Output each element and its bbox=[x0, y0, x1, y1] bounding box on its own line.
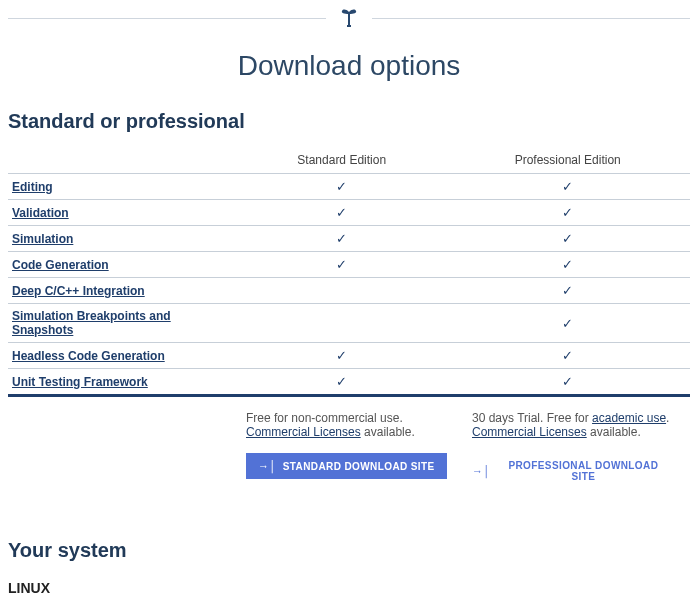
column-header-standard: Standard Edition bbox=[238, 147, 445, 174]
table-row: Headless Code Generation✓✓ bbox=[8, 343, 690, 369]
check-icon: ✓ bbox=[336, 179, 347, 194]
table-row: Code Generation✓✓ bbox=[8, 252, 690, 278]
professional-download-site-button[interactable]: →│ Professional Download Site bbox=[472, 453, 682, 489]
check-icon: ✓ bbox=[562, 231, 573, 246]
comparison-table: Standard Edition Professional Edition Ed… bbox=[8, 147, 690, 397]
feature-link[interactable]: Validation bbox=[12, 206, 69, 220]
divider-line bbox=[8, 18, 326, 19]
check-icon: ✓ bbox=[562, 205, 573, 220]
check-icon: ✓ bbox=[562, 179, 573, 194]
feature-link[interactable]: Editing bbox=[12, 180, 53, 194]
check-icon: ✓ bbox=[562, 316, 573, 331]
table-row: Simulation✓✓ bbox=[8, 226, 690, 252]
feature-link[interactable]: Deep C/C++ Integration bbox=[12, 284, 145, 298]
feature-link[interactable]: Simulation Breakpoints and Snapshots bbox=[12, 309, 171, 337]
feature-link[interactable]: Code Generation bbox=[12, 258, 109, 272]
check-icon: ✓ bbox=[336, 374, 347, 389]
feature-link[interactable]: Unit Testing Framework bbox=[12, 375, 148, 389]
arrow-right-icon: →│ bbox=[472, 465, 491, 477]
feature-link[interactable]: Simulation bbox=[12, 232, 73, 246]
check-icon: ✓ bbox=[562, 283, 573, 298]
professional-note: 30 days Trial. Free for academic use. Co… bbox=[464, 411, 690, 489]
table-row: Simulation Breakpoints and Snapshots✓ bbox=[8, 304, 690, 343]
check-icon: ✓ bbox=[562, 374, 573, 389]
arrow-right-icon: →│ bbox=[258, 460, 277, 472]
column-header-professional: Professional Edition bbox=[445, 147, 690, 174]
check-icon: ✓ bbox=[562, 257, 573, 272]
academic-use-link[interactable]: academic use bbox=[592, 411, 666, 425]
table-row: Validation✓✓ bbox=[8, 200, 690, 226]
section-system-heading: Your system bbox=[8, 539, 690, 562]
page-title: Download options bbox=[8, 50, 690, 82]
table-row: Deep C/C++ Integration✓ bbox=[8, 278, 690, 304]
divider-line bbox=[372, 18, 690, 19]
commercial-licenses-link[interactable]: Commercial Licenses bbox=[472, 425, 587, 439]
os-heading: LINUX bbox=[8, 580, 690, 596]
check-icon: ✓ bbox=[562, 348, 573, 363]
table-row: Editing✓✓ bbox=[8, 174, 690, 200]
standard-note: Free for non-commercial use. Commercial … bbox=[238, 411, 464, 489]
check-icon: ✓ bbox=[336, 257, 347, 272]
commercial-licenses-link[interactable]: Commercial Licenses bbox=[246, 425, 361, 439]
check-icon: ✓ bbox=[336, 231, 347, 246]
header-divider bbox=[8, 0, 690, 32]
section-compare-heading: Standard or professional bbox=[8, 110, 690, 133]
standard-download-site-button[interactable]: →│ Standard Download Site bbox=[246, 453, 447, 479]
logo-icon bbox=[340, 8, 358, 28]
feature-link[interactable]: Headless Code Generation bbox=[12, 349, 165, 363]
check-icon: ✓ bbox=[336, 348, 347, 363]
table-row: Unit Testing Framework✓✓ bbox=[8, 369, 690, 396]
check-icon: ✓ bbox=[336, 205, 347, 220]
